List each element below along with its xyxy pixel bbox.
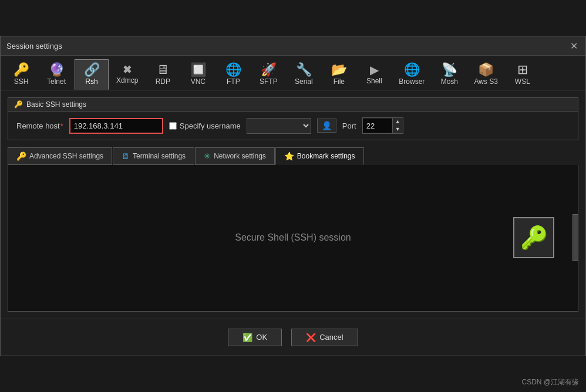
basic-ssh-settings-group: 🔑 Basic SSH settings Remote host* Specif… bbox=[8, 97, 578, 140]
tab-browser-label: Browser bbox=[399, 77, 425, 86]
telnet-icon: 🔮 bbox=[49, 63, 65, 76]
port-up-button[interactable]: ▲ bbox=[393, 118, 403, 126]
ftp-icon: 🌐 bbox=[225, 63, 241, 76]
tab-shell-label: Shell bbox=[366, 77, 382, 85]
bookmark-icon: ⭐ bbox=[284, 151, 294, 161]
tab-serial-label: Serial bbox=[295, 77, 313, 86]
settings-group-header: 🔑 Basic SSH settings bbox=[8, 98, 578, 111]
user-icon-button[interactable]: 👤 bbox=[317, 119, 336, 133]
specify-username-label[interactable]: Specify username bbox=[169, 121, 241, 130]
settings-group-body: Remote host* Specify username 👤 Port ▲ bbox=[8, 111, 578, 140]
tab-vnc[interactable]: 🔲 VNC bbox=[181, 59, 215, 90]
tab-ftp[interactable]: 🌐 FTP bbox=[216, 59, 250, 90]
tab-rdp-label: RDP bbox=[156, 77, 170, 86]
port-input-wrap: ▲ ▼ bbox=[362, 117, 403, 134]
key-icon: 🔑 bbox=[520, 225, 548, 251]
session-label: Secure Shell (SSH) session bbox=[235, 232, 351, 243]
key-icon-box: 🔑 bbox=[513, 217, 554, 258]
ok-button[interactable]: ✅ OK bbox=[228, 329, 282, 346]
serial-icon: 🔧 bbox=[296, 63, 312, 76]
cancel-icon: ❌ bbox=[306, 333, 316, 342]
tab-ftp-label: FTP bbox=[227, 77, 240, 86]
sub-tab-terminal-label: Terminal settings bbox=[133, 152, 186, 160]
watermark: CSDN @江湖有缘 bbox=[521, 377, 579, 387]
tab-wsl-label: WSL bbox=[515, 77, 530, 86]
ok-icon: ✅ bbox=[243, 333, 252, 342]
port-spinners: ▲ ▼ bbox=[392, 118, 403, 133]
remote-host-label: Remote host* bbox=[16, 121, 63, 130]
protocol-tabs-bar: 🔑 SSH 🔮 Telnet 🔗 Rsh ✖ Xdmcp 🖥 RDP 🔲 VNC… bbox=[1, 56, 585, 90]
tab-ssh[interactable]: 🔑 SSH bbox=[4, 59, 38, 90]
file-icon: 📂 bbox=[331, 63, 347, 76]
settings-group-title: Basic SSH settings bbox=[26, 100, 86, 109]
tab-mosh-label: Mosh bbox=[441, 77, 458, 86]
settings-group-icon: 🔑 bbox=[14, 100, 23, 109]
browser-icon: 🌐 bbox=[404, 63, 420, 76]
username-select[interactable] bbox=[247, 118, 311, 134]
sub-tab-bookmark-label: Bookmark settings bbox=[297, 152, 355, 160]
title-bar: Session settings ✕ bbox=[1, 36, 585, 56]
tab-ssh-label: SSH bbox=[14, 77, 29, 86]
tab-sftp-label: SFTP bbox=[260, 77, 278, 86]
cancel-label: Cancel bbox=[319, 333, 343, 342]
bottom-bar: ✅ OK ❌ Cancel bbox=[1, 319, 585, 356]
mosh-icon: 📡 bbox=[442, 63, 457, 76]
session-settings-dialog: Session settings ✕ 🔑 SSH 🔮 Telnet 🔗 Rsh … bbox=[0, 36, 586, 356]
tab-file[interactable]: 📂 File bbox=[322, 59, 356, 90]
port-label: Port bbox=[342, 121, 356, 130]
port-down-button[interactable]: ▼ bbox=[393, 126, 403, 133]
wsl-icon: ⊞ bbox=[517, 63, 528, 76]
shell-icon: ▶ bbox=[370, 64, 379, 76]
network-icon: ✳ bbox=[204, 151, 211, 161]
tab-shell[interactable]: ▶ Shell bbox=[357, 60, 391, 89]
ssh-icon: 🔑 bbox=[14, 63, 29, 76]
sftp-icon: 🚀 bbox=[261, 63, 277, 76]
tab-telnet[interactable]: 🔮 Telnet bbox=[39, 59, 73, 90]
tab-mosh[interactable]: 📡 Mosh bbox=[432, 59, 466, 90]
sub-tab-advanced-label: Advanced SSH settings bbox=[29, 152, 103, 160]
tab-xdmcp[interactable]: ✖ Xdmcp bbox=[110, 60, 144, 89]
remote-host-input[interactable] bbox=[69, 118, 163, 134]
tab-rsh[interactable]: 🔗 Rsh bbox=[75, 59, 109, 90]
tab-awss3[interactable]: 📦 Aws S3 bbox=[467, 59, 504, 90]
close-button[interactable]: ✕ bbox=[568, 40, 580, 52]
tab-xdmcp-label: Xdmcp bbox=[116, 76, 138, 85]
rsh-icon: 🔗 bbox=[84, 63, 100, 76]
ok-label: OK bbox=[256, 333, 267, 342]
xdmcp-icon: ✖ bbox=[123, 65, 132, 75]
sub-tab-terminal[interactable]: 🖥 Terminal settings bbox=[113, 147, 194, 165]
scroll-indicator[interactable] bbox=[572, 214, 578, 261]
awss3-icon: 📦 bbox=[478, 63, 494, 76]
sub-tab-advanced[interactable]: 🔑 Advanced SSH settings bbox=[8, 147, 112, 165]
advanced-icon: 🔑 bbox=[16, 151, 26, 161]
tab-awss3-label: Aws S3 bbox=[474, 77, 497, 86]
main-content: 🔑 Basic SSH settings Remote host* Specif… bbox=[1, 90, 585, 319]
tab-vnc-label: VNC bbox=[191, 77, 206, 86]
tab-rsh-label: Rsh bbox=[85, 77, 97, 86]
sub-tab-network-label: Network settings bbox=[214, 152, 266, 160]
tab-file-label: File bbox=[334, 77, 345, 86]
tab-browser[interactable]: 🌐 Browser bbox=[392, 59, 431, 90]
cancel-button[interactable]: ❌ Cancel bbox=[291, 329, 358, 346]
sub-tab-network[interactable]: ✳ Network settings bbox=[195, 147, 275, 165]
vnc-icon: 🔲 bbox=[190, 63, 206, 76]
dialog-title: Session settings bbox=[6, 42, 62, 50]
port-input[interactable] bbox=[363, 119, 392, 133]
required-marker: * bbox=[60, 121, 63, 130]
tab-serial[interactable]: 🔧 Serial bbox=[287, 59, 321, 90]
sub-tabs-bar: 🔑 Advanced SSH settings 🖥 Terminal setti… bbox=[8, 147, 578, 165]
tab-sftp[interactable]: 🚀 SFTP bbox=[251, 59, 285, 90]
rdp-icon: 🖥 bbox=[156, 63, 169, 76]
session-area: Secure Shell (SSH) session 🔑 bbox=[8, 165, 578, 312]
sub-tab-bookmark[interactable]: ⭐ Bookmark settings bbox=[275, 147, 364, 165]
specify-username-checkbox[interactable] bbox=[169, 122, 177, 130]
tab-wsl[interactable]: ⊞ WSL bbox=[506, 59, 540, 90]
terminal-icon: 🖥 bbox=[122, 151, 130, 161]
tab-rdp[interactable]: 🖥 RDP bbox=[146, 59, 180, 90]
tab-telnet-label: Telnet bbox=[47, 77, 66, 86]
